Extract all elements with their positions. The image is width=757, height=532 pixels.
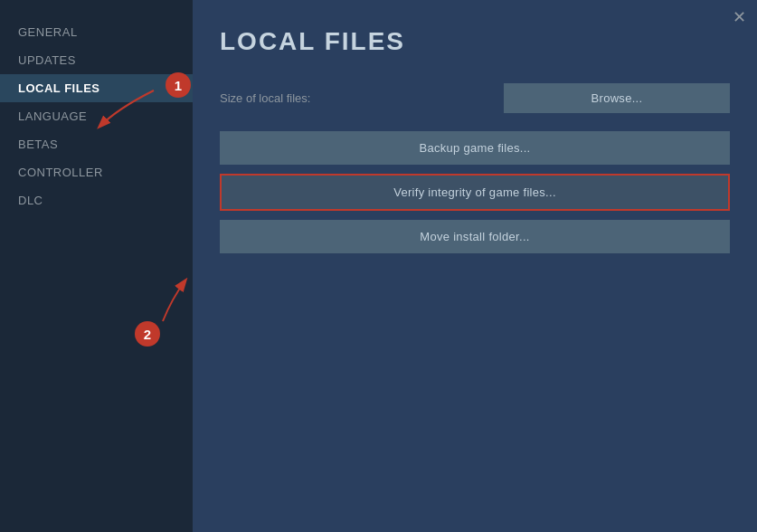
sidebar-item-local-files[interactable]: LOCAL FILES	[0, 74, 193, 102]
close-button[interactable]: ✕	[733, 7, 746, 27]
sidebar-item-betas[interactable]: BETAS	[0, 130, 193, 158]
backup-button[interactable]: Backup game files...	[220, 131, 730, 165]
size-label: Size of local files:	[220, 91, 504, 105]
sidebar-item-updates[interactable]: UPDATES	[0, 46, 193, 74]
main-panel: LOCAL FILES Size of local files: Browse.…	[193, 0, 757, 532]
sidebar: GENERAL UPDATES LOCAL FILES LANGUAGE BET…	[0, 0, 193, 532]
move-install-folder-button[interactable]: Move install folder...	[220, 220, 730, 253]
page-title: LOCAL FILES	[220, 27, 730, 56]
sidebar-item-controller[interactable]: CONTROLLER	[0, 158, 193, 186]
annotation-2: 2	[135, 321, 160, 347]
sidebar-item-dlc[interactable]: DLC	[0, 186, 193, 214]
annotation-1: 1	[166, 72, 191, 98]
verify-integrity-button[interactable]: Verify integrity of game files...	[220, 174, 730, 211]
size-row: Size of local files: Browse...	[220, 83, 730, 113]
content-area: GENERAL UPDATES LOCAL FILES LANGUAGE BET…	[0, 0, 757, 532]
steam-properties-window: ✕ GENERAL UPDATES LOCAL FILES LANGUAGE B…	[0, 0, 757, 532]
sidebar-item-general[interactable]: GENERAL	[0, 18, 193, 46]
browse-button[interactable]: Browse...	[504, 83, 730, 113]
sidebar-item-language[interactable]: LANGUAGE	[0, 102, 193, 130]
